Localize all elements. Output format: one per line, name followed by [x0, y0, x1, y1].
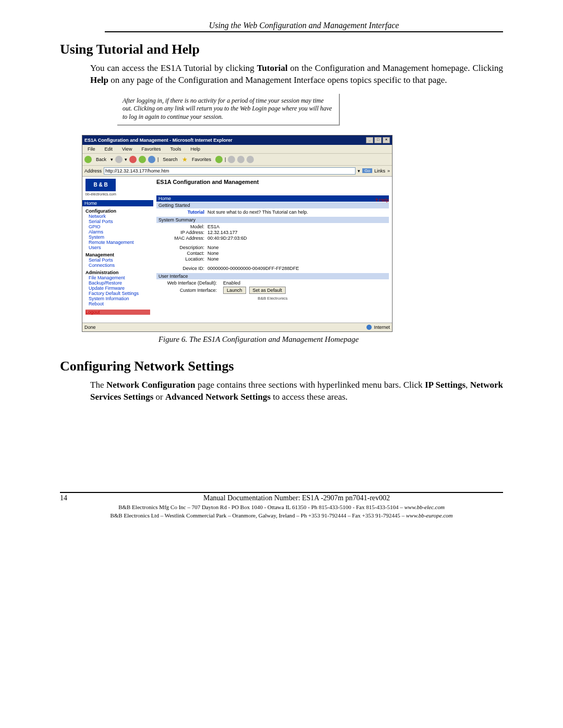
address-label: Address — [84, 168, 102, 174]
separator: ▾ — [125, 157, 127, 162]
separator: ▾ — [111, 157, 113, 162]
links-chevron-icon[interactable]: » — [387, 168, 390, 174]
text: The — [90, 380, 106, 390]
bold-netconfig: Network Configuration — [106, 380, 195, 390]
sidebar-item-mgmt-serial[interactable]: Serial Ports — [89, 257, 150, 263]
label-location: Location: — [161, 256, 207, 262]
address-dropdown-icon[interactable]: ▾ — [358, 168, 360, 174]
footer-address-2: B&B Electronics Ltd – Westlink Commercia… — [60, 512, 503, 519]
launch-button[interactable]: Launch — [223, 287, 246, 294]
bold-ipsettings: IP Settings — [425, 380, 466, 390]
sidebar-item-factory-defaults[interactable]: Factory Default Settings — [89, 291, 150, 296]
note-box: After logging in, if there is no activit… — [117, 94, 340, 126]
running-head: Using the Web Configuration and Manageme… — [105, 21, 503, 32]
text: You can access the ES1A Tutorial by clic… — [90, 63, 257, 73]
sidebar-item-network[interactable]: Network — [89, 214, 150, 219]
text: or — [153, 392, 165, 402]
bold-advnet: Advanced Network Settings — [165, 392, 271, 402]
tutorial-link[interactable]: Tutorial — [161, 209, 207, 215]
sidebar-item-users[interactable]: Users — [89, 245, 150, 250]
value-ip: 12.32.143.177 — [207, 230, 389, 235]
sidebar-item-alarms[interactable]: Alarms — [89, 229, 150, 235]
menu-file[interactable]: File — [85, 146, 97, 152]
favorites-icon[interactable]: ★ — [182, 156, 188, 163]
menu-view[interactable]: View — [120, 146, 134, 152]
logo-subtext: bb-electronics.com — [85, 192, 150, 196]
value-web-interface: Enabled — [223, 280, 240, 286]
sidebar-item-system[interactable]: System — [89, 235, 150, 240]
statusbar: Done Internet — [82, 323, 392, 331]
bold-help: Help — [90, 75, 108, 85]
text: B&B Electronics Ltd – Westlink Commercia… — [110, 512, 406, 519]
edit-icon[interactable] — [247, 156, 254, 163]
set-default-button[interactable]: Set as Default — [249, 287, 286, 294]
separator: | — [225, 157, 226, 162]
minimize-button[interactable]: _ — [366, 137, 373, 143]
sidebar-item-backup-restore[interactable]: Backup/Restore — [89, 280, 150, 286]
footer-url-2: www.bb-europe.com — [406, 512, 453, 519]
tutorial-text: Not sure what to do next? This Tutorial … — [207, 209, 389, 215]
sidebar-item-mgmt-connections[interactable]: Connections — [89, 263, 150, 268]
print-icon[interactable] — [237, 156, 244, 163]
section-system-summary: System Summary — [156, 217, 389, 223]
internet-zone-icon — [366, 325, 372, 330]
note-text: After logging in, if there is no activit… — [123, 97, 332, 120]
sidebar-item-remote-mgmt[interactable]: Remote Management — [89, 240, 150, 245]
sidebar: B & B bb-electronics.com Home Configurat… — [82, 177, 153, 323]
footer-doc: Manual Documentation Number: ES1A -2907m… — [90, 494, 503, 502]
page-footer: 14 Manual Documentation Number: ES1A -29… — [60, 492, 503, 502]
sidebar-home[interactable]: Home — [82, 200, 153, 206]
text: page contains three sections with hyperl… — [195, 380, 425, 390]
addressbar: Address ▾ Go Links » — [82, 166, 392, 177]
heading-tutorial: Using Tutorial and Help — [60, 42, 503, 57]
sidebar-head-management: Management — [85, 252, 150, 257]
text: on the Configuration and Management home… — [288, 63, 503, 73]
menu-favorites[interactable]: Favorites — [139, 146, 163, 152]
sidebar-item-file-mgmt[interactable]: File Management — [89, 275, 150, 280]
value-contact: None — [207, 251, 389, 256]
section-user-interface: User Interface — [156, 273, 389, 279]
menu-tools[interactable]: Tools — [168, 146, 183, 152]
toolbar: Back ▾ ▾ | Search ★ Favorites | — [82, 154, 392, 166]
stop-icon[interactable] — [129, 156, 137, 163]
address-input[interactable] — [104, 167, 356, 175]
footer-address-1: B&B Electronics Mfg Co Inc – 707 Dayton … — [60, 503, 503, 511]
close-button[interactable]: × — [383, 137, 390, 143]
sidebar-logout[interactable]: Logout — [85, 310, 150, 315]
menu-help[interactable]: Help — [188, 146, 202, 152]
main-panel: ES1A Configuration and Management Help H… — [153, 177, 392, 323]
favorites-button[interactable]: Favorites — [190, 156, 213, 163]
history-icon[interactable] — [215, 156, 223, 163]
sidebar-item-serial-ports[interactable]: Serial Ports — [89, 219, 150, 224]
mail-icon[interactable] — [228, 156, 235, 163]
heading-network: Configuring Network Settings — [60, 359, 503, 374]
sidebar-item-system-info[interactable]: System Information — [89, 296, 150, 301]
home-icon[interactable] — [148, 156, 155, 163]
back-button[interactable]: Back — [94, 156, 108, 163]
para-network: The Network Configuration page contains … — [90, 379, 503, 403]
refresh-icon[interactable] — [139, 156, 146, 163]
logo: B & B — [85, 179, 116, 191]
search-button[interactable]: Search — [161, 156, 180, 163]
forward-icon[interactable] — [115, 156, 123, 163]
back-icon[interactable] — [84, 156, 92, 163]
text: , — [466, 380, 470, 390]
value-location: None — [207, 256, 389, 262]
maximize-button[interactable]: □ — [374, 137, 382, 143]
text: to access these areas. — [271, 392, 348, 402]
text: on any page of the Configuration and Man… — [108, 75, 447, 85]
label-device-id: Device ID: — [161, 266, 207, 271]
label-description: Description: — [161, 245, 207, 250]
ie-window: ES1A Configuration and Management - Micr… — [82, 135, 393, 332]
help-link[interactable]: Help — [375, 198, 389, 203]
status-done: Done — [84, 325, 96, 330]
go-button[interactable]: Go — [362, 168, 372, 173]
sidebar-head-configuration: Configuration — [85, 208, 150, 214]
value-device-id: 00000000-00000000-00409DFF-FF288DFE — [207, 266, 389, 271]
sidebar-item-update-firmware[interactable]: Update Firmware — [89, 286, 150, 291]
menu-edit[interactable]: Edit — [103, 146, 115, 152]
bold-tutorial: Tutorial — [257, 63, 288, 73]
links-label[interactable]: Links — [374, 168, 385, 174]
sidebar-item-gpio[interactable]: GPIO — [89, 224, 150, 229]
sidebar-item-reboot[interactable]: Reboot — [89, 301, 150, 306]
